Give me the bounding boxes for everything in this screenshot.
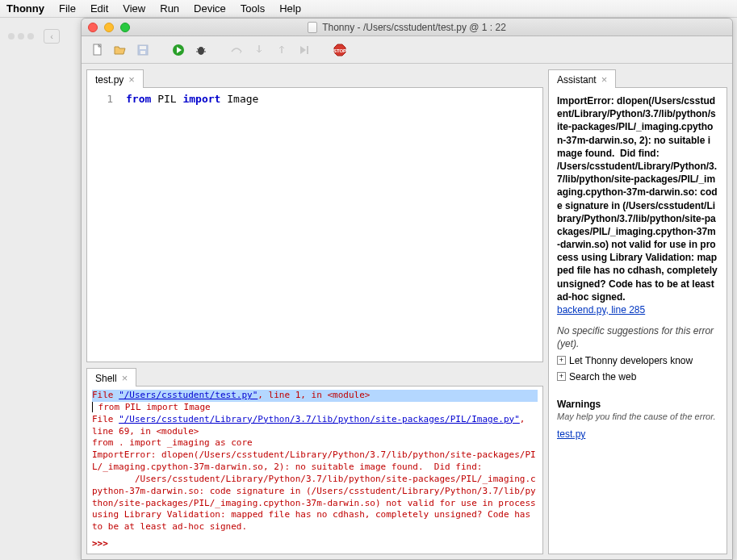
- new-file-button[interactable]: [90, 42, 106, 58]
- warning-file-link[interactable]: test.py: [557, 428, 585, 440]
- traceback-link[interactable]: "/Users/csstudent/test.py": [119, 390, 258, 400]
- error-source-link[interactable]: backend.py, line 285: [557, 304, 645, 316]
- shell-output[interactable]: File "/Users/csstudent/test.py", line 1,…: [87, 387, 542, 554]
- debug-button[interactable]: [193, 42, 209, 58]
- menu-view[interactable]: View: [123, 2, 145, 15]
- code-editor[interactable]: 1 from PIL import Image: [87, 88, 542, 361]
- close-tab-icon[interactable]: ×: [601, 74, 608, 85]
- menu-edit[interactable]: Edit: [90, 2, 108, 15]
- window-titlebar[interactable]: Thonny - /Users/csstudent/test.py @ 1 : …: [82, 19, 732, 36]
- close-tab-icon[interactable]: ×: [128, 74, 135, 85]
- save-file-button[interactable]: [135, 42, 151, 58]
- background-window-nav: ‹: [0, 24, 81, 48]
- menu-tools[interactable]: Tools: [241, 2, 265, 15]
- shell-text: File: [92, 390, 119, 400]
- expand-toggle-icon[interactable]: +: [557, 372, 566, 381]
- bg-traffic-light: [18, 33, 24, 40]
- editor-panel: test.py × 1 from PIL import Image: [86, 69, 543, 362]
- expand-toggle-icon[interactable]: +: [557, 356, 566, 365]
- menu-device[interactable]: Device: [194, 2, 226, 15]
- warnings-heading: Warnings: [557, 398, 718, 411]
- no-suggestions-text: No specific suggestions for this error (…: [557, 324, 718, 350]
- let-developers-know-item[interactable]: Let Thonny developers know: [569, 354, 693, 367]
- shell-text: from . import _imaging as core: [92, 437, 538, 449]
- menu-help[interactable]: Help: [279, 2, 301, 15]
- system-menubar: Thonny File Edit View Run Device Tools H…: [0, 0, 737, 18]
- step-into-button: [251, 42, 267, 58]
- close-button[interactable]: [88, 23, 98, 32]
- bg-traffic-light: [8, 33, 15, 40]
- svg-rect-2: [140, 46, 146, 49]
- editor-tab-label: test.py: [95, 74, 124, 86]
- document-icon: [308, 22, 317, 33]
- close-tab-icon[interactable]: ×: [122, 373, 128, 383]
- shell-text: from PIL import Image: [93, 402, 211, 412]
- stop-button[interactable]: STOP: [332, 42, 348, 58]
- menu-run[interactable]: Run: [160, 2, 179, 15]
- app-menu[interactable]: Thonny: [6, 2, 44, 15]
- thonny-window: Thonny - /Users/csstudent/test.py @ 1 : …: [81, 18, 733, 560]
- keyword-import: import: [182, 93, 220, 105]
- assistant-tab-label: Assistant: [557, 74, 597, 86]
- line-number-gutter: 1: [87, 88, 119, 361]
- resume-button: [296, 42, 312, 58]
- run-button[interactable]: [170, 42, 186, 58]
- svg-point-5: [198, 47, 204, 55]
- step-out-button: [274, 42, 290, 58]
- traceback-link[interactable]: "/Users/csstudent/Library/Python/3.7/lib…: [119, 414, 520, 424]
- warnings-subtext: May help you find the cause of the error…: [557, 411, 718, 423]
- window-title: Thonny - /Users/csstudent/test.py @ 1 : …: [322, 22, 506, 33]
- search-web-item[interactable]: Search the web: [569, 370, 636, 383]
- maximize-button[interactable]: [120, 23, 130, 32]
- svg-text:STOP: STOP: [333, 48, 346, 53]
- editor-tab[interactable]: test.py ×: [86, 69, 144, 89]
- minimize-button[interactable]: [104, 23, 114, 32]
- assistant-tab[interactable]: Assistant ×: [548, 69, 616, 89]
- menu-file[interactable]: File: [59, 2, 76, 15]
- toolbar: STOP: [82, 36, 732, 64]
- shell-prompt[interactable]: >>>: [92, 538, 108, 549]
- svg-rect-3: [140, 51, 145, 54]
- keyword-from: from: [126, 93, 151, 105]
- svg-rect-10: [307, 46, 308, 54]
- shell-error: ImportError: dlopen(/Users/csstudent/Lib…: [92, 449, 538, 474]
- bg-traffic-light: [27, 33, 34, 40]
- shell-tab[interactable]: Shell ×: [86, 368, 136, 387]
- shell-error: /Users/csstudent/Library/Python/3.7/lib/…: [92, 474, 538, 533]
- step-over-button: [228, 42, 245, 58]
- error-detail: dlopen(/Users/csstudent/Library/Python/3…: [557, 95, 720, 303]
- shell-tab-label: Shell: [95, 373, 117, 384]
- bg-back-button: ‹: [44, 29, 60, 44]
- open-file-button[interactable]: [112, 42, 128, 58]
- assistant-content[interactable]: ImportError: dlopen(/Users/csstudent/Lib…: [549, 88, 727, 554]
- shell-panel: Shell × File "/Users/csstudent/test.py",…: [86, 367, 543, 554]
- error-title: ImportError:: [557, 95, 617, 107]
- class-name: Image: [220, 93, 258, 105]
- module-name: PIL: [151, 93, 182, 105]
- assistant-panel: Assistant × ImportError: dlopen(/Users/c…: [548, 69, 727, 554]
